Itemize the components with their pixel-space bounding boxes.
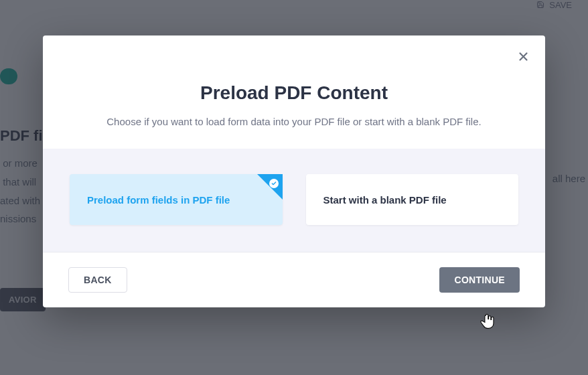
modal-body: Preload form fields in PDF file Start wi… — [43, 149, 545, 252]
continue-button[interactable]: CONTINUE — [439, 267, 520, 293]
close-button[interactable] — [513, 48, 533, 68]
option-preload-form-fields[interactable]: Preload form fields in PDF file — [70, 174, 283, 225]
option-label: Start with a blank PDF file — [323, 194, 447, 206]
modal-subtitle: Choose if you want to load form data int… — [76, 116, 512, 127]
close-icon — [518, 49, 529, 66]
check-icon — [269, 179, 279, 188]
modal-header: Preload PDF Content Choose if you want t… — [43, 35, 545, 149]
modal-title: Preload PDF Content — [76, 82, 512, 104]
modal-footer: BACK CONTINUE — [43, 252, 545, 307]
selected-corner-badge — [257, 174, 283, 200]
back-button[interactable]: BACK — [68, 267, 127, 293]
continue-button-label: CONTINUE — [454, 275, 505, 285]
back-button-label: BACK — [84, 275, 112, 285]
option-blank-pdf[interactable]: Start with a blank PDF file — [306, 174, 519, 225]
option-label: Preload form fields in PDF file — [87, 194, 230, 206]
preload-pdf-modal: Preload PDF Content Choose if you want t… — [43, 35, 545, 307]
